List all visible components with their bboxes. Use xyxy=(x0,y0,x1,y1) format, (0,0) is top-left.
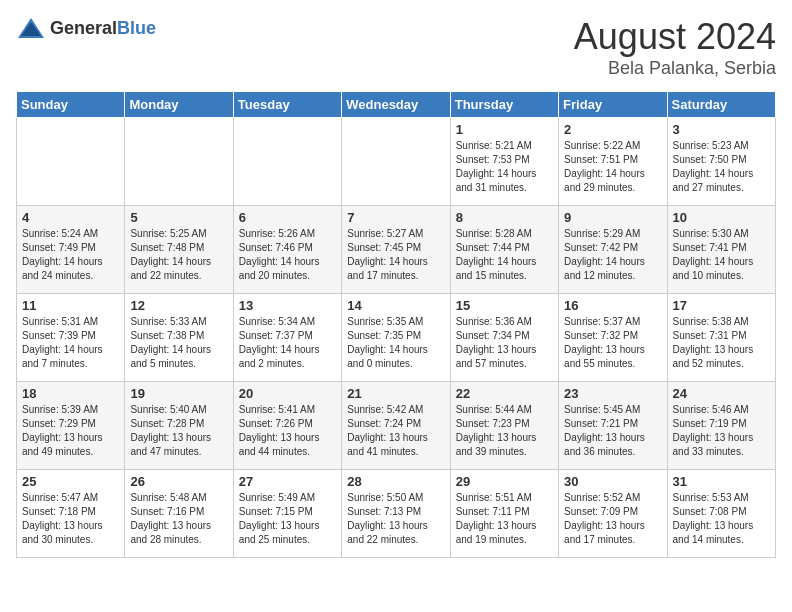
day-info: Sunrise: 5:50 AM Sunset: 7:13 PM Dayligh… xyxy=(347,491,444,547)
calendar-cell: 17Sunrise: 5:38 AM Sunset: 7:31 PM Dayli… xyxy=(667,294,775,382)
day-number: 10 xyxy=(673,210,770,225)
day-info: Sunrise: 5:26 AM Sunset: 7:46 PM Dayligh… xyxy=(239,227,336,283)
calendar-cell: 26Sunrise: 5:48 AM Sunset: 7:16 PM Dayli… xyxy=(125,470,233,558)
day-info: Sunrise: 5:30 AM Sunset: 7:41 PM Dayligh… xyxy=(673,227,770,283)
calendar-cell: 3Sunrise: 5:23 AM Sunset: 7:50 PM Daylig… xyxy=(667,118,775,206)
day-number: 2 xyxy=(564,122,661,137)
weekday-header-wednesday: Wednesday xyxy=(342,92,450,118)
location-subtitle: Bela Palanka, Serbia xyxy=(574,58,776,79)
day-info: Sunrise: 5:44 AM Sunset: 7:23 PM Dayligh… xyxy=(456,403,553,459)
page-header: GeneralBlue August 2024 Bela Palanka, Se… xyxy=(16,16,776,79)
calendar-week-row: 18Sunrise: 5:39 AM Sunset: 7:29 PM Dayli… xyxy=(17,382,776,470)
day-info: Sunrise: 5:41 AM Sunset: 7:26 PM Dayligh… xyxy=(239,403,336,459)
calendar-cell: 12Sunrise: 5:33 AM Sunset: 7:38 PM Dayli… xyxy=(125,294,233,382)
calendar-cell xyxy=(342,118,450,206)
day-info: Sunrise: 5:31 AM Sunset: 7:39 PM Dayligh… xyxy=(22,315,119,371)
day-info: Sunrise: 5:47 AM Sunset: 7:18 PM Dayligh… xyxy=(22,491,119,547)
day-number: 3 xyxy=(673,122,770,137)
day-info: Sunrise: 5:37 AM Sunset: 7:32 PM Dayligh… xyxy=(564,315,661,371)
day-number: 5 xyxy=(130,210,227,225)
day-info: Sunrise: 5:23 AM Sunset: 7:50 PM Dayligh… xyxy=(673,139,770,195)
day-number: 9 xyxy=(564,210,661,225)
month-year-title: August 2024 xyxy=(574,16,776,58)
calendar-cell: 31Sunrise: 5:53 AM Sunset: 7:08 PM Dayli… xyxy=(667,470,775,558)
day-info: Sunrise: 5:24 AM Sunset: 7:49 PM Dayligh… xyxy=(22,227,119,283)
day-number: 28 xyxy=(347,474,444,489)
day-number: 20 xyxy=(239,386,336,401)
day-number: 22 xyxy=(456,386,553,401)
day-number: 18 xyxy=(22,386,119,401)
calendar-cell: 22Sunrise: 5:44 AM Sunset: 7:23 PM Dayli… xyxy=(450,382,558,470)
calendar-cell xyxy=(125,118,233,206)
day-number: 29 xyxy=(456,474,553,489)
calendar-cell: 14Sunrise: 5:35 AM Sunset: 7:35 PM Dayli… xyxy=(342,294,450,382)
logo-general-text: General xyxy=(50,18,117,38)
day-number: 1 xyxy=(456,122,553,137)
calendar-cell: 28Sunrise: 5:50 AM Sunset: 7:13 PM Dayli… xyxy=(342,470,450,558)
day-number: 13 xyxy=(239,298,336,313)
general-blue-icon xyxy=(16,16,46,40)
day-info: Sunrise: 5:22 AM Sunset: 7:51 PM Dayligh… xyxy=(564,139,661,195)
day-info: Sunrise: 5:21 AM Sunset: 7:53 PM Dayligh… xyxy=(456,139,553,195)
day-number: 27 xyxy=(239,474,336,489)
calendar-cell: 21Sunrise: 5:42 AM Sunset: 7:24 PM Dayli… xyxy=(342,382,450,470)
day-info: Sunrise: 5:34 AM Sunset: 7:37 PM Dayligh… xyxy=(239,315,336,371)
day-info: Sunrise: 5:49 AM Sunset: 7:15 PM Dayligh… xyxy=(239,491,336,547)
weekday-header-monday: Monday xyxy=(125,92,233,118)
calendar-week-row: 11Sunrise: 5:31 AM Sunset: 7:39 PM Dayli… xyxy=(17,294,776,382)
day-info: Sunrise: 5:28 AM Sunset: 7:44 PM Dayligh… xyxy=(456,227,553,283)
calendar-cell: 9Sunrise: 5:29 AM Sunset: 7:42 PM Daylig… xyxy=(559,206,667,294)
logo-blue-text: Blue xyxy=(117,18,156,38)
day-info: Sunrise: 5:27 AM Sunset: 7:45 PM Dayligh… xyxy=(347,227,444,283)
day-number: 6 xyxy=(239,210,336,225)
calendar-cell: 24Sunrise: 5:46 AM Sunset: 7:19 PM Dayli… xyxy=(667,382,775,470)
day-info: Sunrise: 5:36 AM Sunset: 7:34 PM Dayligh… xyxy=(456,315,553,371)
day-number: 17 xyxy=(673,298,770,313)
logo: GeneralBlue xyxy=(16,16,156,40)
day-info: Sunrise: 5:46 AM Sunset: 7:19 PM Dayligh… xyxy=(673,403,770,459)
calendar-cell: 2Sunrise: 5:22 AM Sunset: 7:51 PM Daylig… xyxy=(559,118,667,206)
day-number: 12 xyxy=(130,298,227,313)
day-number: 14 xyxy=(347,298,444,313)
title-block: August 2024 Bela Palanka, Serbia xyxy=(574,16,776,79)
day-info: Sunrise: 5:25 AM Sunset: 7:48 PM Dayligh… xyxy=(130,227,227,283)
calendar-week-row: 1Sunrise: 5:21 AM Sunset: 7:53 PM Daylig… xyxy=(17,118,776,206)
day-number: 24 xyxy=(673,386,770,401)
weekday-header-thursday: Thursday xyxy=(450,92,558,118)
calendar-cell: 1Sunrise: 5:21 AM Sunset: 7:53 PM Daylig… xyxy=(450,118,558,206)
calendar-cell: 19Sunrise: 5:40 AM Sunset: 7:28 PM Dayli… xyxy=(125,382,233,470)
calendar-cell: 16Sunrise: 5:37 AM Sunset: 7:32 PM Dayli… xyxy=(559,294,667,382)
day-info: Sunrise: 5:33 AM Sunset: 7:38 PM Dayligh… xyxy=(130,315,227,371)
weekday-header-sunday: Sunday xyxy=(17,92,125,118)
calendar-cell xyxy=(17,118,125,206)
day-number: 8 xyxy=(456,210,553,225)
day-number: 7 xyxy=(347,210,444,225)
calendar-cell: 13Sunrise: 5:34 AM Sunset: 7:37 PM Dayli… xyxy=(233,294,341,382)
day-number: 25 xyxy=(22,474,119,489)
day-number: 21 xyxy=(347,386,444,401)
calendar-cell: 6Sunrise: 5:26 AM Sunset: 7:46 PM Daylig… xyxy=(233,206,341,294)
day-info: Sunrise: 5:42 AM Sunset: 7:24 PM Dayligh… xyxy=(347,403,444,459)
day-info: Sunrise: 5:52 AM Sunset: 7:09 PM Dayligh… xyxy=(564,491,661,547)
day-info: Sunrise: 5:48 AM Sunset: 7:16 PM Dayligh… xyxy=(130,491,227,547)
day-number: 15 xyxy=(456,298,553,313)
calendar-cell: 25Sunrise: 5:47 AM Sunset: 7:18 PM Dayli… xyxy=(17,470,125,558)
calendar-cell: 4Sunrise: 5:24 AM Sunset: 7:49 PM Daylig… xyxy=(17,206,125,294)
calendar-cell: 27Sunrise: 5:49 AM Sunset: 7:15 PM Dayli… xyxy=(233,470,341,558)
day-number: 19 xyxy=(130,386,227,401)
calendar-cell xyxy=(233,118,341,206)
day-info: Sunrise: 5:45 AM Sunset: 7:21 PM Dayligh… xyxy=(564,403,661,459)
day-info: Sunrise: 5:38 AM Sunset: 7:31 PM Dayligh… xyxy=(673,315,770,371)
calendar-table: SundayMondayTuesdayWednesdayThursdayFrid… xyxy=(16,91,776,558)
day-info: Sunrise: 5:51 AM Sunset: 7:11 PM Dayligh… xyxy=(456,491,553,547)
day-number: 4 xyxy=(22,210,119,225)
day-info: Sunrise: 5:40 AM Sunset: 7:28 PM Dayligh… xyxy=(130,403,227,459)
calendar-cell: 15Sunrise: 5:36 AM Sunset: 7:34 PM Dayli… xyxy=(450,294,558,382)
calendar-cell: 20Sunrise: 5:41 AM Sunset: 7:26 PM Dayli… xyxy=(233,382,341,470)
calendar-cell: 10Sunrise: 5:30 AM Sunset: 7:41 PM Dayli… xyxy=(667,206,775,294)
weekday-header-saturday: Saturday xyxy=(667,92,775,118)
calendar-cell: 29Sunrise: 5:51 AM Sunset: 7:11 PM Dayli… xyxy=(450,470,558,558)
day-info: Sunrise: 5:39 AM Sunset: 7:29 PM Dayligh… xyxy=(22,403,119,459)
day-number: 31 xyxy=(673,474,770,489)
calendar-cell: 30Sunrise: 5:52 AM Sunset: 7:09 PM Dayli… xyxy=(559,470,667,558)
